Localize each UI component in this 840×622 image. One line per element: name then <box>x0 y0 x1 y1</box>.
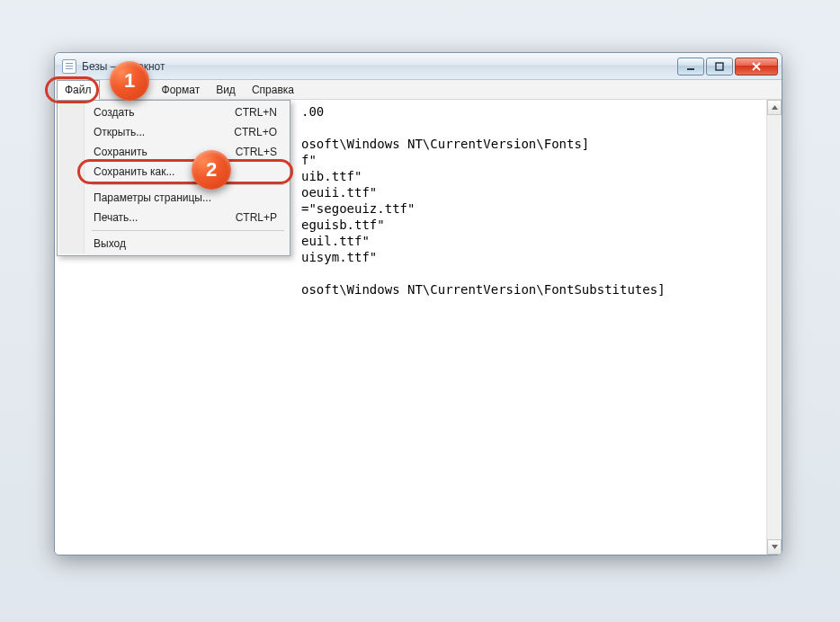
menu-view-label: Вид <box>216 84 236 96</box>
menu-item-open[interactable]: Открыть... CTRL+O <box>59 122 288 142</box>
editor-line <box>60 265 776 281</box>
menu-item-exit-label: Выход <box>85 237 277 250</box>
menu-help-label: Справка <box>252 84 294 96</box>
menu-item-new[interactable]: Создать CTRL+N <box>59 102 288 122</box>
menu-item-save-as-label: Сохранить как... <box>85 165 277 178</box>
menu-help[interactable]: Справка <box>244 80 302 99</box>
menu-item-save-as[interactable]: Сохранить как... <box>59 162 288 182</box>
titlebar[interactable]: Безы — Блокнот <box>55 53 782 80</box>
svg-rect-0 <box>687 68 694 70</box>
window-title: Безы — Блокнот <box>82 60 165 73</box>
scroll-up-button[interactable] <box>767 100 782 115</box>
title-suffix: — Блокнот <box>107 60 165 73</box>
minimize-button[interactable] <box>677 58 704 76</box>
close-button[interactable] <box>735 58 778 76</box>
menu-separator <box>59 182 288 188</box>
svg-rect-1 <box>716 63 723 70</box>
menubar: Файл Формат Вид Справка <box>55 80 782 100</box>
menu-item-open-accel: CTRL+O <box>234 126 277 138</box>
menu-item-print-accel: CTRL+P <box>236 211 277 224</box>
maximize-button[interactable] <box>706 58 733 76</box>
scroll-down-button[interactable] <box>767 539 782 555</box>
menu-file-label: Файл <box>65 84 92 96</box>
menu-item-page-setup-label: Параметры страницы... <box>85 191 277 204</box>
menu-separator <box>59 227 288 234</box>
menu-item-save[interactable]: Сохранить CTRL+S <box>59 142 288 162</box>
vertical-scrollbar[interactable] <box>766 100 782 555</box>
menu-item-exit[interactable]: Выход <box>59 234 288 253</box>
menu-item-open-label: Открыть... <box>85 126 234 138</box>
menu-format-label: Формат <box>162 84 201 96</box>
menu-view[interactable]: Вид <box>208 80 244 99</box>
menu-item-page-setup[interactable]: Параметры страницы... <box>59 188 288 208</box>
menu-format[interactable]: Формат <box>154 80 209 99</box>
editor-line: osoft\Windows NT\CurrentVersion\FontSubs… <box>60 281 776 298</box>
notepad-window: Безы — Блокнот Файл Формат Вид Справка <box>54 52 782 555</box>
title-prefix: Безы <box>82 60 107 73</box>
menu-file[interactable]: Файл <box>57 80 100 100</box>
window-controls <box>675 58 780 76</box>
menu-item-new-accel: CTRL+N <box>235 106 277 119</box>
menu-item-print-label: Печать... <box>85 211 236 224</box>
file-dropdown: Создать CTRL+N Открыть... CTRL+O Сохрани… <box>57 100 290 256</box>
document-icon <box>62 59 76 74</box>
menu-item-save-label: Сохранить <box>85 146 236 158</box>
menu-item-new-label: Создать <box>85 106 235 119</box>
menu-item-save-accel: CTRL+S <box>236 146 277 158</box>
menu-item-print[interactable]: Печать... CTRL+P <box>59 208 288 227</box>
